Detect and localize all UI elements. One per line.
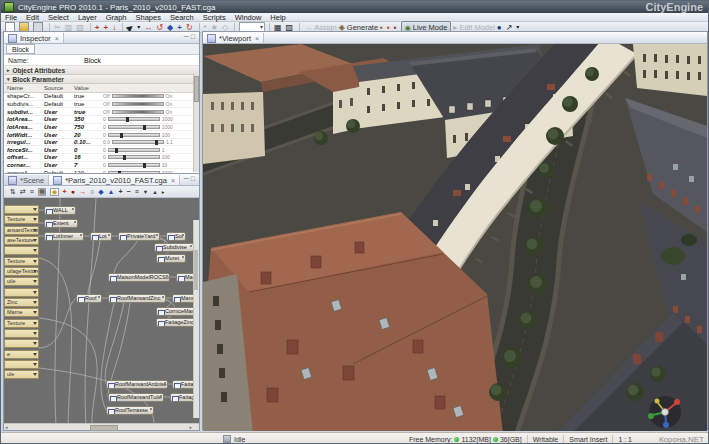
outline-icon[interactable]: ≡ xyxy=(135,188,139,195)
attribute-node[interactable] xyxy=(4,205,39,214)
rule-node[interactable]: LotInner xyxy=(44,232,84,241)
attribute-node[interactable]: aseTexture xyxy=(4,236,39,245)
checkbox-icon[interactable] xyxy=(158,321,165,328)
rule-graph-canvas[interactable]: Texture ansardTexture aseTexture Texture xyxy=(4,198,199,425)
offset...[interactable]: offset... User 16 0 100 xyxy=(4,154,199,162)
panel-minmax-icons[interactable]: ─□ xyxy=(184,175,197,182)
param-slider[interactable]: 0 1000 xyxy=(101,116,199,122)
checkbox-icon[interactable] xyxy=(158,257,165,264)
param-slider[interactable]: 0 1 xyxy=(101,147,199,153)
delete-rule-icon[interactable]: ● xyxy=(71,188,75,195)
checkbox-icon[interactable] xyxy=(168,235,175,242)
checkbox-icon[interactable] xyxy=(110,396,117,403)
menu-item[interactable]: Search xyxy=(170,13,194,22)
checkbox-icon[interactable] xyxy=(156,246,163,253)
checkbox-icon[interactable] xyxy=(78,297,85,304)
subdivis...[interactable]: subdivis... Default true Off On xyxy=(4,101,199,109)
param-value[interactable]: true xyxy=(74,93,101,99)
rule-node[interactable]: RoofMansardZinc xyxy=(108,294,166,303)
tab-inspector[interactable]: Inspector × xyxy=(4,33,64,43)
rule-node[interactable]: MaisonModelROCSub xyxy=(108,273,170,282)
subdivi...[interactable]: subdivi... User true Off On xyxy=(4,108,199,116)
apply-rule-icon[interactable]: ◆ xyxy=(98,188,103,196)
search-rule-icon[interactable]: ○ xyxy=(90,188,94,195)
checkbox-icon[interactable] xyxy=(46,222,53,229)
forceSt...[interactable]: forceSt... User 0 0 1 xyxy=(4,146,199,154)
attribute-node[interactable]: ansardTexture xyxy=(4,226,39,235)
window-titlebar[interactable]: CityEngine PRO 2010.1 - Paris_2010_v2010… xyxy=(1,1,709,13)
attribute-node[interactable] xyxy=(4,288,39,297)
col-value[interactable]: Value xyxy=(74,85,101,91)
section-block-parameter[interactable]: ▾ Block Parameter xyxy=(4,75,199,84)
menu-item[interactable]: Window xyxy=(235,13,262,22)
checkbox-icon[interactable] xyxy=(46,235,53,242)
name-value[interactable]: Block xyxy=(84,57,101,64)
rule-node[interactable]: PrivateYard xyxy=(118,232,160,241)
param-value[interactable]: 20 xyxy=(74,132,101,138)
sort-down-icon[interactable]: ▼ xyxy=(143,189,148,195)
menu-item[interactable]: Edit xyxy=(26,13,39,22)
slider-track[interactable] xyxy=(112,94,164,98)
checkbox-icon[interactable] xyxy=(46,209,53,216)
param-value[interactable]: true xyxy=(74,109,101,115)
tab-viewport[interactable]: *Viewport × xyxy=(203,33,264,43)
slider-track[interactable] xyxy=(112,140,164,144)
attribute-node[interactable]: ule xyxy=(4,370,39,379)
checkbox-icon[interactable] xyxy=(172,396,179,403)
checkbox-icon[interactable] xyxy=(174,383,181,390)
menu-item[interactable]: Layer xyxy=(78,13,97,22)
attribute-node[interactable] xyxy=(4,360,39,369)
slider-track[interactable] xyxy=(112,102,164,106)
checkbox-icon[interactable] xyxy=(92,235,99,242)
rule-node[interactable]: RoofMansardTuile xyxy=(108,393,164,402)
slider-knob[interactable] xyxy=(123,155,126,160)
tab-block[interactable]: Block xyxy=(6,44,35,54)
rule-node[interactable]: Extent xyxy=(44,219,78,228)
rule-node[interactable]: WALL xyxy=(44,206,76,215)
section-object-attributes[interactable]: ▸ Object Attributes xyxy=(4,66,199,75)
close-icon[interactable]: × xyxy=(255,35,259,42)
param-slider[interactable]: Off On xyxy=(101,109,199,115)
zoom-in-icon[interactable]: + xyxy=(118,188,122,195)
param-value[interactable]: 7 xyxy=(74,162,101,168)
attribute-node[interactable] xyxy=(4,246,39,255)
menu-item[interactable]: Scripts xyxy=(203,13,226,22)
param-slider[interactable]: Off On xyxy=(101,101,199,107)
slider-knob[interactable] xyxy=(126,117,129,122)
tab-scene[interactable]: *Scene xyxy=(4,175,49,185)
lotArea...[interactable]: lotArea... User 750 0 1000 xyxy=(4,124,199,132)
param-value[interactable]: true xyxy=(74,101,101,107)
checkbox-icon[interactable] xyxy=(120,235,127,242)
param-value[interactable]: 750 xyxy=(74,124,101,130)
param-value[interactable]: 0 xyxy=(74,147,101,153)
param-slider[interactable]: 0 1000 xyxy=(101,124,199,130)
zoom-out-icon[interactable]: − xyxy=(127,188,131,195)
col-name[interactable]: Name xyxy=(4,85,44,91)
sort-up-icon[interactable]: ▲ xyxy=(152,189,157,195)
close-icon[interactable]: × xyxy=(171,177,175,184)
checkbox-icon[interactable] xyxy=(108,383,115,390)
checkbox-icon[interactable] xyxy=(110,297,117,304)
slider-track[interactable] xyxy=(108,125,160,129)
attribute-node[interactable]: uilageTexture xyxy=(4,267,39,276)
checkbox-icon[interactable] xyxy=(110,276,117,283)
graph-horizontal-scrollbar[interactable]: ◂ ▸ xyxy=(4,423,199,430)
layout-circle-icon[interactable]: ◉ xyxy=(50,188,58,196)
slider-knob[interactable] xyxy=(143,125,146,130)
attribute-node[interactable]: Marne xyxy=(4,308,39,317)
close-icon[interactable]: × xyxy=(55,35,59,42)
attribute-node[interactable]: e xyxy=(4,350,39,359)
rule-node[interactable]: RoofTerrasse xyxy=(106,406,154,415)
menu-item[interactable]: Graph xyxy=(106,13,127,22)
layout-tree-icon[interactable]: ⇅ xyxy=(10,188,16,196)
slider-track[interactable] xyxy=(108,148,160,152)
slider-track[interactable] xyxy=(108,117,160,121)
panel-minmax-icons[interactable]: ─□ xyxy=(184,33,197,40)
slider-knob[interactable] xyxy=(155,140,158,145)
menu-item[interactable]: Select xyxy=(48,13,69,22)
slider-track[interactable] xyxy=(108,133,160,137)
param-value[interactable]: 16 xyxy=(74,154,101,160)
slider-track[interactable] xyxy=(108,155,160,159)
param-slider[interactable]: 0 100 xyxy=(101,154,199,160)
menu-item[interactable]: Help xyxy=(270,13,285,22)
